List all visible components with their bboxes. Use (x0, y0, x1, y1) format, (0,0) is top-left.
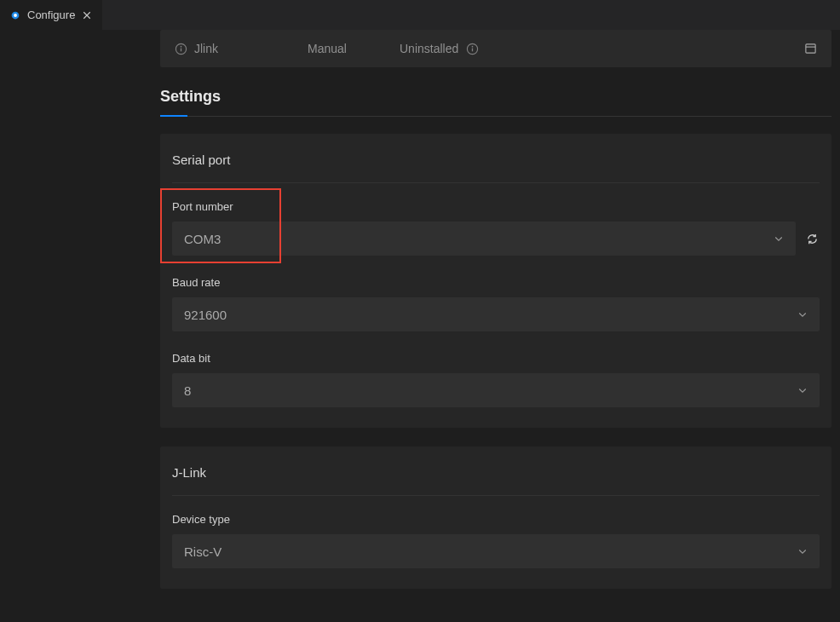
data-bit-value: 8 (184, 383, 191, 398)
svg-point-6 (471, 45, 473, 47)
info-icon[interactable] (174, 42, 187, 55)
data-bit-field: Data bit 8 (172, 352, 820, 407)
svg-rect-8 (806, 44, 815, 53)
info-icon[interactable] (465, 42, 479, 55)
configure-file-icon (9, 9, 22, 22)
downloader-row: Jlink Manual Uninstalled (160, 30, 831, 67)
chevron-down-icon (797, 308, 808, 322)
jlink-header: J-Link (172, 465, 820, 496)
baud-rate-select[interactable]: 921600 (172, 297, 820, 331)
device-type-label: Device type (172, 513, 820, 526)
data-bit-label: Data bit (172, 352, 820, 365)
active-underline (160, 115, 187, 117)
downloader-status: Uninstalled (400, 42, 458, 55)
baud-rate-value: 921600 (184, 308, 227, 322)
baud-rate-field: Baud rate 921600 (172, 276, 820, 331)
content-area: Jlink Manual Uninstalled Settings Serial… (160, 30, 831, 622)
refresh-button[interactable] (804, 231, 820, 246)
serial-port-header: Serial port (172, 153, 820, 183)
tab-label: Configure (27, 9, 75, 21)
calendar-icon[interactable] (804, 42, 818, 55)
data-bit-select[interactable]: 8 (172, 373, 820, 407)
device-type-field: Device type Risc-V (172, 513, 820, 568)
svg-rect-7 (472, 48, 473, 51)
baud-rate-label: Baud rate (172, 276, 820, 289)
chevron-down-icon (797, 544, 808, 559)
port-number-value: COM3 (184, 232, 221, 246)
downloader-mode: Manual (308, 42, 347, 55)
close-icon[interactable] (80, 9, 94, 22)
port-number-select[interactable]: COM3 (172, 222, 796, 256)
svg-rect-4 (180, 48, 181, 51)
serial-port-panel: Serial port Port number COM3 Baud rate 9… (160, 134, 831, 428)
port-number-label: Port number (172, 200, 820, 213)
divider (160, 116, 831, 117)
tab-configure[interactable]: Configure (0, 0, 103, 30)
tab-bar: Configure (0, 0, 840, 30)
chevron-down-icon (774, 232, 784, 246)
device-type-value: Risc-V (184, 544, 222, 559)
downloader-name: Jlink (194, 42, 218, 55)
device-type-select[interactable]: Risc-V (172, 534, 820, 568)
jlink-panel: J-Link Device type Risc-V (160, 446, 831, 589)
settings-title: Settings (160, 88, 831, 116)
port-number-field: Port number COM3 (172, 200, 820, 256)
svg-point-1 (14, 14, 17, 17)
chevron-down-icon (797, 383, 808, 398)
svg-point-3 (180, 45, 181, 47)
